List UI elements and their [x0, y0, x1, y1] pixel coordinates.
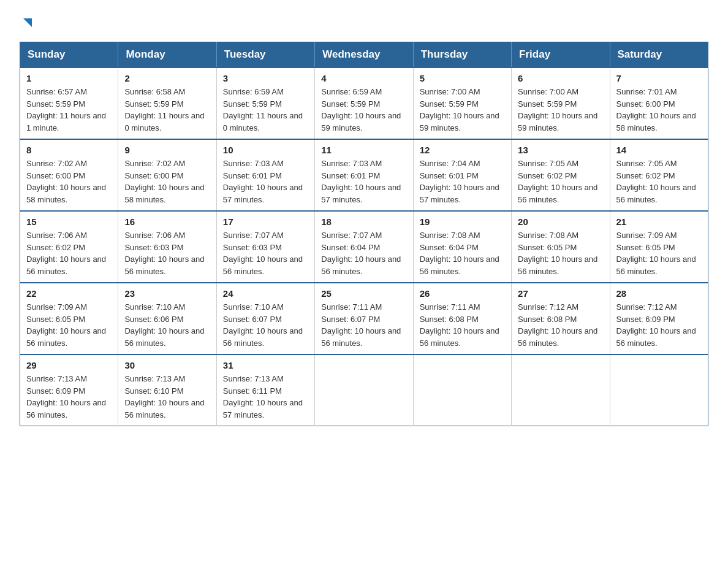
calendar-day-cell: 18 Sunrise: 7:07 AMSunset: 6:04 PMDaylig… [315, 211, 413, 283]
day-info: Sunrise: 7:02 AMSunset: 6:00 PMDaylight:… [124, 158, 210, 205]
weekday-header-saturday: Saturday [610, 42, 708, 68]
day-info: Sunrise: 6:59 AMSunset: 5:59 PMDaylight:… [223, 86, 308, 134]
calendar-day-cell: 30 Sunrise: 7:13 AMSunset: 6:10 PMDaylig… [118, 354, 216, 426]
calendar-day-cell: 25 Sunrise: 7:11 AMSunset: 6:07 PMDaylig… [315, 283, 413, 354]
calendar-day-cell: 27 Sunrise: 7:12 AMSunset: 6:08 PMDaylig… [512, 283, 610, 354]
page-header [20, 15, 708, 29]
calendar-table: SundayMondayTuesdayWednesdayThursdayFrid… [20, 42, 708, 426]
day-number: 28 [616, 288, 702, 299]
day-info: Sunrise: 7:10 AMSunset: 6:07 PMDaylight:… [223, 301, 308, 349]
day-number: 14 [616, 145, 702, 155]
calendar-day-cell: 16 Sunrise: 7:06 AMSunset: 6:03 PMDaylig… [118, 211, 216, 283]
calendar-day-cell: 13 Sunrise: 7:05 AMSunset: 6:02 PMDaylig… [512, 139, 610, 211]
day-number: 27 [518, 288, 603, 299]
day-number: 24 [223, 288, 308, 299]
svg-marker-0 [23, 18, 32, 27]
calendar-day-cell: 15 Sunrise: 7:06 AMSunset: 6:02 PMDaylig… [20, 211, 118, 283]
day-number: 12 [420, 145, 505, 155]
day-number: 19 [420, 216, 505, 227]
day-number: 23 [124, 288, 210, 299]
calendar-day-cell: 22 Sunrise: 7:09 AMSunset: 6:05 PMDaylig… [20, 283, 118, 354]
calendar-day-cell: 3 Sunrise: 6:59 AMSunset: 5:59 PMDayligh… [216, 67, 314, 139]
calendar-week-row: 29 Sunrise: 7:13 AMSunset: 6:09 PMDaylig… [20, 354, 708, 426]
day-number: 26 [420, 288, 505, 299]
calendar-week-row: 8 Sunrise: 7:02 AMSunset: 6:00 PMDayligh… [20, 139, 708, 211]
day-info: Sunrise: 7:12 AMSunset: 6:08 PMDaylight:… [518, 301, 603, 349]
calendar-day-cell: 23 Sunrise: 7:10 AMSunset: 6:06 PMDaylig… [118, 283, 216, 354]
calendar-week-row: 22 Sunrise: 7:09 AMSunset: 6:05 PMDaylig… [20, 283, 708, 354]
day-number: 4 [321, 73, 406, 83]
calendar-day-cell: 2 Sunrise: 6:58 AMSunset: 5:59 PMDayligh… [118, 67, 216, 139]
day-info: Sunrise: 7:08 AMSunset: 6:05 PMDaylight:… [518, 229, 603, 277]
day-number: 21 [616, 216, 702, 227]
day-number: 17 [223, 216, 308, 227]
weekday-header-thursday: Thursday [413, 42, 511, 68]
day-number: 11 [321, 145, 406, 155]
day-info: Sunrise: 6:57 AMSunset: 5:59 PMDaylight:… [26, 86, 112, 134]
day-info: Sunrise: 7:11 AMSunset: 6:08 PMDaylight:… [420, 301, 505, 349]
calendar-day-cell: 6 Sunrise: 7:00 AMSunset: 5:59 PMDayligh… [512, 67, 610, 139]
day-info: Sunrise: 7:09 AMSunset: 6:05 PMDaylight:… [26, 301, 112, 349]
day-info: Sunrise: 7:05 AMSunset: 6:02 PMDaylight:… [616, 158, 702, 205]
weekday-header-wednesday: Wednesday [315, 42, 413, 68]
day-number: 8 [26, 145, 112, 155]
day-info: Sunrise: 7:03 AMSunset: 6:01 PMDaylight:… [223, 158, 308, 205]
calendar-day-cell: 31 Sunrise: 7:13 AMSunset: 6:11 PMDaylig… [216, 354, 314, 426]
day-number: 13 [518, 145, 603, 155]
day-number: 22 [26, 288, 112, 299]
calendar-day-cell: 28 Sunrise: 7:12 AMSunset: 6:09 PMDaylig… [610, 283, 708, 354]
calendar-week-row: 15 Sunrise: 7:06 AMSunset: 6:02 PMDaylig… [20, 211, 708, 283]
calendar-empty-cell [512, 354, 610, 426]
day-number: 7 [616, 73, 702, 83]
calendar-empty-cell [610, 354, 708, 426]
day-number: 25 [321, 288, 406, 299]
calendar-day-cell: 24 Sunrise: 7:10 AMSunset: 6:07 PMDaylig… [216, 283, 314, 354]
weekday-header-friday: Friday [512, 42, 610, 68]
calendar-body: 1 Sunrise: 6:57 AMSunset: 5:59 PMDayligh… [20, 67, 708, 426]
logo-triangle-icon [21, 16, 34, 29]
calendar-day-cell: 5 Sunrise: 7:00 AMSunset: 5:59 PMDayligh… [413, 67, 511, 139]
calendar-day-cell: 17 Sunrise: 7:07 AMSunset: 6:03 PMDaylig… [216, 211, 314, 283]
calendar-day-cell: 14 Sunrise: 7:05 AMSunset: 6:02 PMDaylig… [610, 139, 708, 211]
day-number: 29 [26, 360, 112, 370]
day-info: Sunrise: 7:08 AMSunset: 6:04 PMDaylight:… [420, 229, 505, 277]
day-info: Sunrise: 7:01 AMSunset: 6:00 PMDaylight:… [616, 86, 702, 134]
day-number: 2 [124, 73, 210, 83]
calendar-day-cell: 8 Sunrise: 7:02 AMSunset: 6:00 PMDayligh… [20, 139, 118, 211]
calendar-day-cell: 11 Sunrise: 7:03 AMSunset: 6:01 PMDaylig… [315, 139, 413, 211]
day-info: Sunrise: 7:03 AMSunset: 6:01 PMDaylight:… [321, 158, 406, 205]
day-info: Sunrise: 7:07 AMSunset: 6:03 PMDaylight:… [223, 229, 308, 277]
weekday-header-sunday: Sunday [20, 42, 118, 68]
day-number: 5 [420, 73, 505, 83]
day-number: 10 [223, 145, 308, 155]
calendar-day-cell: 10 Sunrise: 7:03 AMSunset: 6:01 PMDaylig… [216, 139, 314, 211]
weekday-header-tuesday: Tuesday [216, 42, 314, 68]
day-number: 1 [26, 73, 112, 83]
calendar-day-cell: 12 Sunrise: 7:04 AMSunset: 6:01 PMDaylig… [413, 139, 511, 211]
day-info: Sunrise: 7:11 AMSunset: 6:07 PMDaylight:… [321, 301, 406, 349]
calendar-week-row: 1 Sunrise: 6:57 AMSunset: 5:59 PMDayligh… [20, 67, 708, 139]
weekday-header-row: SundayMondayTuesdayWednesdayThursdayFrid… [20, 42, 708, 68]
weekday-header-monday: Monday [118, 42, 216, 68]
calendar-day-cell: 26 Sunrise: 7:11 AMSunset: 6:08 PMDaylig… [413, 283, 511, 354]
calendar-day-cell: 1 Sunrise: 6:57 AMSunset: 5:59 PMDayligh… [20, 67, 118, 139]
day-info: Sunrise: 7:02 AMSunset: 6:00 PMDaylight:… [26, 158, 112, 205]
day-info: Sunrise: 7:00 AMSunset: 5:59 PMDaylight:… [518, 86, 603, 134]
day-info: Sunrise: 7:13 AMSunset: 6:11 PMDaylight:… [223, 373, 308, 421]
day-number: 9 [124, 145, 210, 155]
calendar-header: SundayMondayTuesdayWednesdayThursdayFrid… [20, 42, 708, 68]
day-info: Sunrise: 7:05 AMSunset: 6:02 PMDaylight:… [518, 158, 603, 205]
day-info: Sunrise: 7:06 AMSunset: 6:02 PMDaylight:… [26, 229, 112, 277]
day-info: Sunrise: 7:10 AMSunset: 6:06 PMDaylight:… [124, 301, 210, 349]
day-info: Sunrise: 7:07 AMSunset: 6:04 PMDaylight:… [321, 229, 406, 277]
day-info: Sunrise: 7:09 AMSunset: 6:05 PMDaylight:… [616, 229, 702, 277]
day-info: Sunrise: 6:58 AMSunset: 5:59 PMDaylight:… [124, 86, 210, 134]
logo [20, 15, 34, 29]
day-info: Sunrise: 6:59 AMSunset: 5:59 PMDaylight:… [321, 86, 406, 134]
calendar-day-cell: 19 Sunrise: 7:08 AMSunset: 6:04 PMDaylig… [413, 211, 511, 283]
day-info: Sunrise: 7:12 AMSunset: 6:09 PMDaylight:… [616, 301, 702, 349]
calendar-day-cell: 20 Sunrise: 7:08 AMSunset: 6:05 PMDaylig… [512, 211, 610, 283]
day-info: Sunrise: 7:13 AMSunset: 6:10 PMDaylight:… [124, 373, 210, 421]
day-number: 30 [124, 360, 210, 370]
calendar-empty-cell [413, 354, 511, 426]
